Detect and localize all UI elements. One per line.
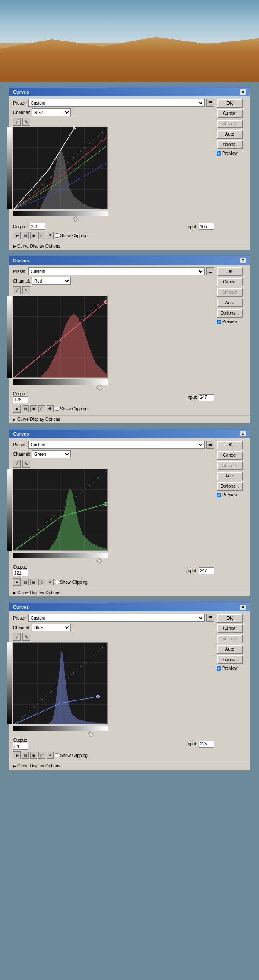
eyedrop-white-2[interactable]: ▢ — [38, 405, 45, 412]
cancel-btn-3[interactable]: Cancel — [217, 451, 243, 460]
smooth-btn-1[interactable]: Smooth — [217, 120, 243, 128]
curves-graph-4[interactable] — [13, 642, 108, 724]
curves-pencil-tool-3[interactable]: ✎ — [22, 460, 30, 468]
eyedrop-white-1[interactable]: ▢ — [38, 232, 45, 239]
output-value-input-2[interactable]: 176 — [13, 396, 28, 403]
show-clipping-check-3[interactable] — [55, 580, 59, 584]
eyedrop-sample-4[interactable]: 👁 — [47, 752, 54, 759]
curve-display-opts-3[interactable]: ▶ Curve Display Options — [9, 589, 250, 596]
eyedrop-gray-3[interactable]: ▣ — [30, 579, 37, 585]
eyedrop-sample-3[interactable]: 👁 — [47, 579, 54, 585]
input-value-input-1[interactable]: 165 — [199, 223, 214, 230]
eyedrop-white-4[interactable]: ▢ — [38, 752, 45, 759]
cancel-btn-2[interactable]: Cancel — [217, 278, 243, 286]
show-clipping-check-1[interactable] — [55, 233, 59, 238]
auto-btn-2[interactable]: Auto — [217, 299, 243, 307]
curve-display-opts-2[interactable]: ▶ Curve Display Options — [9, 415, 250, 423]
curve-display-opts-4[interactable]: ▶ Curve Display Options — [9, 762, 250, 770]
curves-line-tool-4[interactable]: ╱ — [13, 633, 21, 641]
channel-select-2[interactable]: Red — [32, 277, 71, 285]
curves-graph-1[interactable] — [13, 127, 108, 209]
input-slider-1[interactable] — [73, 216, 79, 222]
eyedrop-white-3[interactable]: ▢ — [38, 579, 45, 585]
show-clipping-label-2: Show Clipping — [60, 407, 88, 411]
eyedrop-gray-4[interactable]: ▣ — [30, 752, 37, 759]
options-btn-4[interactable]: Options... — [217, 655, 243, 664]
input-slider-4[interactable] — [88, 731, 94, 737]
preset-select-3[interactable]: Custom — [28, 441, 205, 449]
curves-pencil-tool-2[interactable]: ✎ — [22, 286, 30, 294]
show-clipping-label-1: Show Clipping — [60, 233, 88, 238]
curves-close-btn-4[interactable]: ✕ — [240, 604, 246, 610]
preset-select-1[interactable]: Custom — [28, 99, 205, 107]
curves-target-tool-2[interactable]: ▶ — [13, 405, 21, 413]
auto-btn-3[interactable]: Auto — [217, 472, 243, 480]
eyedrop-sample-2[interactable]: 👁 — [47, 405, 54, 412]
input-slider-2[interactable] — [96, 385, 102, 391]
curves-close-btn-1[interactable]: ✕ — [240, 89, 246, 95]
eyedrop-sample-1[interactable]: 👁 — [47, 232, 54, 239]
eyedrop-black-4[interactable]: ▤ — [22, 752, 29, 759]
curves-target-tool-3[interactable]: ▶ — [13, 578, 21, 586]
curves-target-tool-4[interactable]: ▶ — [13, 751, 21, 759]
eyedrop-gray-2[interactable]: ▣ — [30, 405, 37, 412]
curves-line-tool-2[interactable]: ╱ — [13, 286, 21, 294]
svg-point-35 — [97, 695, 100, 698]
show-clipping-check-4[interactable] — [55, 753, 59, 757]
curves-line-tool-3[interactable]: ╱ — [13, 460, 21, 468]
channel-select-1[interactable]: RGB — [32, 108, 71, 116]
options-btn-1[interactable]: Options... — [217, 140, 243, 149]
smooth-btn-3[interactable]: Smooth — [217, 461, 243, 470]
preview-check-4[interactable] — [217, 666, 221, 671]
preset-select-4[interactable]: Custom — [28, 614, 205, 622]
preview-check-1[interactable] — [217, 151, 221, 156]
auto-btn-4[interactable]: Auto — [217, 645, 243, 654]
options-btn-3[interactable]: Options... — [217, 482, 243, 491]
curves-graph-2[interactable] — [13, 296, 108, 378]
show-clipping-check-2[interactable] — [55, 407, 59, 411]
curves-close-btn-3[interactable]: ✕ — [240, 431, 246, 437]
ok-btn-2[interactable]: OK — [217, 267, 243, 276]
preset-label-4: Preset: — [13, 616, 27, 620]
smooth-btn-2[interactable]: Smooth — [217, 288, 243, 297]
input-value-input-2[interactable]: 247 — [199, 394, 214, 401]
preset-select-2[interactable]: Custom — [28, 267, 205, 275]
smooth-btn-4[interactable]: Smooth — [217, 635, 243, 643]
options-btn-2[interactable]: Options... — [217, 309, 243, 318]
ok-btn-3[interactable]: OK — [217, 441, 243, 449]
output-text-label-2: Output: — [13, 391, 28, 396]
ok-btn-4[interactable]: OK — [217, 614, 243, 623]
channel-select-4[interactable]: Blue — [32, 624, 71, 631]
ok-btn-1[interactable]: OK — [217, 99, 243, 108]
preset-options-btn-3[interactable]: ☰ — [206, 441, 214, 449]
preview-check-3[interactable] — [217, 493, 221, 497]
preset-options-btn-2[interactable]: ☰ — [206, 267, 214, 275]
output-value-input-4[interactable]: 84 — [13, 743, 28, 750]
cancel-btn-4[interactable]: Cancel — [217, 624, 243, 633]
curves-pencil-tool-4[interactable]: ✎ — [22, 633, 30, 641]
preset-options-btn-4[interactable]: ☰ — [206, 614, 214, 622]
curves-graph-3[interactable] — [13, 469, 108, 551]
cancel-btn-1[interactable]: Cancel — [217, 109, 243, 118]
eyedrop-gray-1[interactable]: ▣ — [30, 232, 37, 239]
eyedrop-black-3[interactable]: ▤ — [22, 579, 29, 585]
curves-close-btn-2[interactable]: ✕ — [240, 258, 246, 264]
channel-select-3[interactable]: Green — [32, 450, 71, 458]
desert-image: LAYERS PATHS CHANNELS Normal Opacity: % … — [0, 0, 259, 82]
curves-target-tool-1[interactable]: ▶ — [13, 232, 21, 239]
eyedrop-black-2[interactable]: ▤ — [22, 405, 29, 412]
input-value-input-4[interactable]: 225 — [199, 741, 214, 748]
output-value-input-1[interactable]: 255 — [30, 223, 45, 230]
preview-check-2[interactable] — [217, 320, 221, 324]
curves-pencil-tool-1[interactable]: ✎ — [22, 118, 30, 126]
curve-display-opts-1[interactable]: ▶ Curve Display Options — [9, 242, 250, 250]
input-value-input-3[interactable]: 247 — [199, 567, 214, 574]
preview-label-3: Preview — [222, 493, 238, 497]
eyedrop-black-1[interactable]: ▤ — [22, 232, 29, 239]
preset-options-btn-1[interactable]: ☰ — [206, 99, 214, 107]
input-slider-3[interactable] — [96, 558, 102, 564]
output-gradient-bar-1 — [7, 127, 12, 209]
curves-line-tool-1[interactable]: ╱ — [13, 118, 21, 126]
output-value-input-3[interactable]: 121 — [13, 570, 28, 576]
auto-btn-1[interactable]: Auto — [217, 130, 243, 139]
